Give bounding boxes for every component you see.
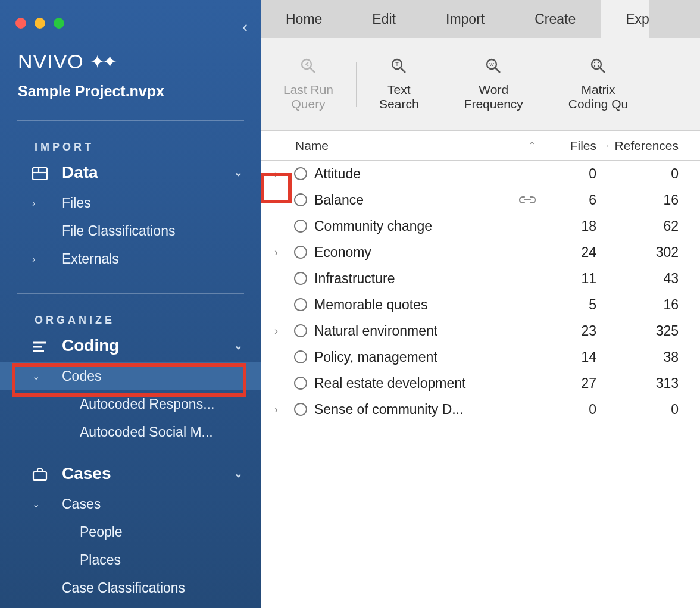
column-header-files[interactable]: Files — [548, 139, 607, 153]
cell-files: 5 — [548, 297, 607, 313]
matrix-icon — [589, 57, 607, 79]
collapse-sidebar-icon[interactable]: ‹ — [242, 18, 248, 36]
cell-name: Economy — [310, 245, 548, 261]
tool-word-frequency[interactable]: W Word Frequency — [442, 57, 546, 111]
sidebar-item-people[interactable]: People — [0, 518, 261, 546]
sidebar-item-label: Files — [32, 195, 91, 211]
annotation-highlight-codes — [12, 363, 246, 397]
tab-explore[interactable]: Exp — [601, 0, 649, 38]
table-row[interactable]: ›Sense of community D...00 — [261, 396, 700, 422]
sidebar-item-externals[interactable]: › Externals — [0, 245, 261, 273]
sidebar-item-case-classifications[interactable]: Case Classifications — [0, 574, 261, 602]
cell-name: Sense of community D... — [310, 402, 548, 418]
cell-name: Real estate development — [310, 375, 548, 391]
ribbon-toolbar: Last Run Query T Text Search W Word Freq… — [261, 38, 700, 131]
main-panel: Home Edit Import Create Exp Last Run Que… — [261, 0, 700, 608]
tool-matrix-coding-query[interactable]: Matrix Coding Qu — [546, 57, 651, 111]
table-row[interactable]: Balance616 — [261, 187, 700, 213]
cell-name: Memorable quotes — [310, 297, 548, 313]
cell-name: Community change — [310, 218, 548, 234]
svg-point-17 — [598, 62, 599, 63]
expand-toggle[interactable]: › — [261, 325, 292, 337]
expand-toggle[interactable]: › — [261, 403, 292, 416]
row-name-label: Sense of community D... — [314, 402, 464, 418]
cell-name: Infrastructure — [310, 271, 548, 287]
row-name-label: Attitude — [314, 166, 361, 182]
cell-references: 0 — [607, 166, 689, 182]
tool-last-run-query: Last Run Query — [261, 57, 356, 111]
nav-group-coding[interactable]: Coding ⌄ — [0, 327, 261, 362]
ribbon-tabs: Home Edit Import Create Exp — [261, 0, 700, 38]
coding-icon — [32, 336, 48, 355]
chevron-down-icon: ⌄ — [234, 467, 243, 480]
logo-mark-icon: ✦✦ — [90, 51, 115, 72]
cell-name: Natural environment — [310, 323, 548, 339]
table-row[interactable]: Real estate development27313 — [261, 370, 700, 396]
cell-files: 24 — [548, 245, 607, 261]
tool-text-search[interactable]: T Text Search — [357, 57, 442, 111]
tool-label-line2: Search — [379, 97, 419, 111]
tab-label: Exp — [626, 11, 649, 27]
sidebar-item-files[interactable]: › Files — [0, 189, 261, 217]
table-row[interactable]: ›Attitude00 — [261, 161, 700, 187]
cases-icon — [32, 464, 48, 483]
table-row[interactable]: Community change1862 — [261, 213, 700, 239]
tab-label: Import — [446, 11, 485, 27]
tab-home[interactable]: Home — [261, 0, 347, 38]
table-row[interactable]: Memorable quotes516 — [261, 292, 700, 318]
svg-line-20 — [600, 68, 605, 73]
cell-files: 0 — [548, 402, 607, 418]
zoom-window-icon[interactable] — [54, 18, 64, 29]
node-icon — [292, 350, 310, 363]
sidebar-item-autocoded-social[interactable]: Autocoded Social M... — [0, 418, 261, 446]
cell-references: 43 — [607, 271, 689, 287]
cell-files: 23 — [548, 323, 607, 339]
sidebar: ‹ NVIVO ✦✦ Sample Project.nvpx IMPORT Da… — [0, 0, 261, 608]
cell-files: 18 — [548, 218, 607, 234]
column-header-references[interactable]: References — [607, 139, 689, 153]
node-icon — [292, 220, 310, 233]
chevron-right-icon: › — [32, 198, 35, 209]
table-body: ›Attitude00Balance616Community change186… — [261, 161, 700, 422]
sidebar-item-label: Externals — [32, 251, 119, 267]
tool-label-line1: Word — [479, 83, 508, 97]
row-name-label: Community change — [314, 218, 432, 234]
sidebar-item-places[interactable]: Places — [0, 546, 261, 574]
table-row[interactable]: ›Natural environment23325 — [261, 318, 700, 344]
sidebar-item-label: Places — [32, 552, 121, 568]
tool-label-line1: Matrix — [581, 83, 615, 97]
tab-label: Edit — [372, 11, 396, 27]
row-name-label: Policy, management — [314, 349, 438, 365]
sidebar-item-cases[interactable]: ⌄ Cases — [0, 490, 261, 518]
tab-create[interactable]: Create — [510, 0, 601, 38]
column-header-name[interactable]: Name ⌃ — [261, 139, 548, 153]
cell-name: Attitude — [310, 166, 548, 182]
tab-edit[interactable]: Edit — [347, 0, 421, 38]
cell-files: 27 — [548, 375, 607, 391]
table-row[interactable]: Infrastructure1143 — [261, 265, 700, 292]
svg-rect-0 — [33, 168, 47, 180]
cell-files: 14 — [548, 349, 607, 365]
cell-references: 302 — [607, 245, 689, 261]
tab-import[interactable]: Import — [421, 0, 510, 38]
column-label: References — [615, 139, 679, 152]
cell-references: 16 — [607, 297, 689, 313]
expand-toggle[interactable]: › — [261, 246, 292, 259]
cell-references: 38 — [607, 349, 689, 365]
table-row[interactable]: Policy, management1438 — [261, 344, 700, 370]
row-name-label: Infrastructure — [314, 271, 395, 287]
sidebar-item-file-classifications[interactable]: File Classifications — [0, 217, 261, 245]
cell-files: 11 — [548, 271, 607, 287]
nav-group-data[interactable]: Data ⌄ — [0, 153, 261, 189]
tool-label-line2: Frequency — [464, 97, 523, 111]
sidebar-item-label: Autocoded Social M... — [32, 424, 213, 440]
row-name-label: Natural environment — [314, 323, 438, 339]
svg-point-16 — [594, 62, 595, 63]
minimize-window-icon[interactable] — [35, 18, 45, 29]
app-logo: NVIVO ✦✦ — [0, 29, 261, 73]
table-row[interactable]: ›Economy24302 — [261, 239, 700, 265]
close-window-icon[interactable] — [15, 18, 26, 29]
nav-group-cases[interactable]: Cases ⌄ — [0, 446, 261, 490]
svg-line-8 — [310, 68, 315, 73]
chevron-down-icon: ⌄ — [32, 499, 40, 510]
